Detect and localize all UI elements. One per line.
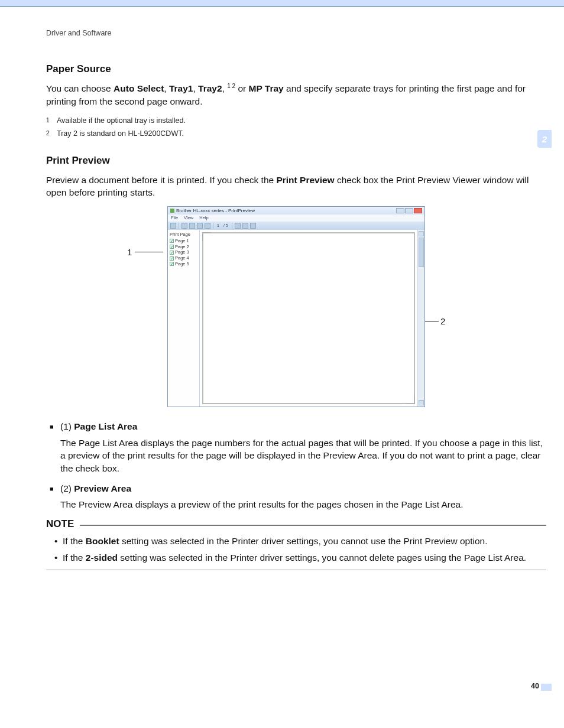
- page-label: Page 3: [175, 249, 189, 255]
- paper-source-text: You can choose Auto Select, Tray1, Tray2…: [46, 82, 546, 108]
- minimize-button[interactable]: [396, 208, 404, 213]
- opt-auto-select: Auto Select: [114, 83, 164, 93]
- checkbox-icon[interactable]: [170, 245, 174, 249]
- bullet-icon: •: [54, 551, 63, 564]
- checkbox-icon[interactable]: [170, 256, 174, 261]
- page-label: Page 1: [175, 238, 189, 244]
- square-bullet-icon: [50, 420, 60, 433]
- menu-file[interactable]: File: [171, 215, 178, 220]
- area-item: (1) Page List Area The Page List Area di…: [50, 420, 546, 475]
- preview-page: [202, 232, 415, 404]
- separator: [232, 223, 232, 229]
- top-accent-bar: [0, 0, 564, 6]
- scrollbar[interactable]: [417, 230, 424, 407]
- window-titlebar: Brother HL-xxxx series - PrintPreview: [168, 207, 424, 214]
- callout-2: 2: [440, 316, 445, 326]
- scroll-thumb[interactable]: [419, 238, 424, 267]
- page-list-item[interactable]: Page 3: [170, 249, 197, 255]
- footnotes: 1 Available if the optional tray is inst…: [46, 114, 546, 141]
- preview-area: [200, 230, 424, 407]
- note-text: If the 2-sided setting was selected in t…: [63, 551, 526, 564]
- current-page: 1: [217, 223, 219, 228]
- checkbox-icon[interactable]: [170, 239, 174, 243]
- app-icon: [170, 209, 174, 213]
- page-list-header: Print Page: [170, 232, 197, 237]
- area-desc: The Preview Area displays a preview of t…: [60, 498, 546, 511]
- menubar: File View Help: [168, 214, 424, 222]
- total-pages: / 5: [223, 223, 228, 228]
- scroll-up-icon[interactable]: [419, 231, 424, 236]
- text: You can choose: [46, 83, 114, 93]
- bullet-icon: •: [54, 535, 63, 548]
- separator: [213, 223, 213, 229]
- print-icon[interactable]: [170, 223, 176, 229]
- opt-tray1: Tray1: [169, 83, 193, 93]
- note-text: If the Booklet setting was selected in t…: [63, 535, 488, 548]
- page-number: 40: [531, 682, 539, 690]
- breadcrumb: Driver and Software: [46, 29, 546, 37]
- page-list-item[interactable]: Page 4: [170, 255, 197, 261]
- area-label: (1) Page List Area: [60, 420, 137, 433]
- callout-line: [135, 252, 163, 252]
- text: If the: [63, 536, 86, 546]
- page-label: Page 4: [175, 255, 189, 261]
- zoom-in-icon[interactable]: [242, 223, 248, 229]
- text: (2): [60, 483, 74, 493]
- page-label: Page 2: [175, 244, 189, 250]
- bold: 2-sided: [86, 552, 118, 563]
- footnote: 2 Tray 2 is standard on HL-L9200CDWT.: [46, 127, 546, 141]
- square-bullet-icon: [50, 482, 60, 495]
- footnote-text: Tray 2 is standard on HL-L9200CDWT.: [57, 127, 184, 141]
- bold-print-preview: Print Preview: [276, 175, 334, 185]
- callout-1: 1: [127, 247, 132, 257]
- scroll-down-icon[interactable]: [419, 400, 424, 405]
- text: ,: [193, 83, 198, 93]
- area-label: (2) Preview Area: [60, 482, 131, 495]
- bold: Booklet: [86, 536, 119, 546]
- note-header: NOTE: [46, 518, 546, 530]
- note-item: • If the Booklet setting was selected in…: [54, 535, 546, 548]
- area-desc: The Page List Area displays the page num…: [60, 437, 546, 475]
- text: ,: [164, 83, 169, 93]
- zoom-fit-icon[interactable]: [235, 223, 241, 229]
- checkbox-icon[interactable]: [170, 262, 174, 266]
- text: or: [235, 83, 248, 93]
- page-content: Driver and Software Paper Source You can…: [0, 6, 564, 570]
- footnote: 1 Available if the optional tray is inst…: [46, 114, 546, 128]
- text: (1): [60, 421, 74, 431]
- page-list-item[interactable]: Page 2: [170, 244, 197, 250]
- note-item: • If the 2-sided setting was selected in…: [54, 551, 546, 564]
- page-list-area: Print Page Page 1 Page 2 Page 3 Page 4 P…: [168, 230, 200, 407]
- figure-print-preview: 1 2 Brother HL-xxxx series - PrintPrevie…: [46, 206, 546, 407]
- text: If the: [63, 552, 86, 563]
- divider: [80, 525, 546, 526]
- prev-page-icon[interactable]: [189, 223, 195, 229]
- footnote-num: 1: [46, 114, 57, 128]
- page-label: Page 5: [175, 261, 189, 267]
- text: Preview a document before it is printed.…: [46, 175, 276, 185]
- heading-paper-source: Paper Source: [46, 63, 546, 75]
- note-label: NOTE: [46, 518, 80, 530]
- area-name: Preview Area: [74, 483, 131, 493]
- chapter-tab: 2: [537, 130, 552, 148]
- close-button[interactable]: [414, 208, 422, 213]
- next-page-icon[interactable]: [197, 223, 203, 229]
- separator: [179, 223, 179, 229]
- divider: [46, 570, 546, 570]
- last-page-icon[interactable]: [205, 223, 210, 229]
- page-list-item[interactable]: Page 1: [170, 238, 197, 244]
- note-list: • If the Booklet setting was selected in…: [54, 535, 546, 564]
- first-page-icon[interactable]: [181, 223, 187, 229]
- zoom-out-icon[interactable]: [250, 223, 256, 229]
- footnote-text: Available if the optional tray is instal…: [57, 114, 186, 128]
- footnote-num: 2: [46, 127, 57, 141]
- text: setting was selected in the Printer driv…: [118, 552, 526, 563]
- checkbox-icon[interactable]: [170, 251, 174, 255]
- maximize-button[interactable]: [405, 208, 413, 213]
- print-preview-text: Preview a document before it is printed.…: [46, 174, 546, 199]
- area-item: (2) Preview Area The Preview Area displa…: [50, 482, 546, 511]
- menu-help[interactable]: Help: [199, 215, 208, 220]
- print-preview-window: Brother HL-xxxx series - PrintPreview Fi…: [167, 206, 425, 407]
- menu-view[interactable]: View: [184, 215, 193, 220]
- page-list-item[interactable]: Page 5: [170, 261, 197, 267]
